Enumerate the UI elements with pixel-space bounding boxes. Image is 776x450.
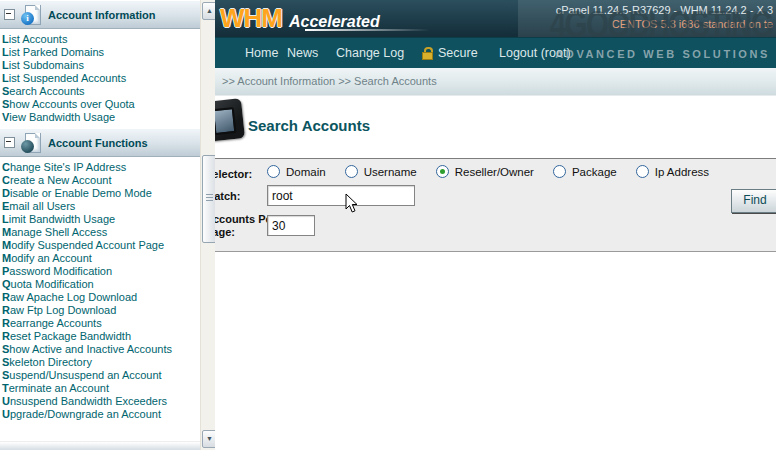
page-title: Search Accounts	[248, 117, 370, 134]
sidebar-link-modify-an-account[interactable]: Modify an Account	[2, 252, 190, 265]
search-form: Selector: DomainUsernameReseller/OwnerPa…	[215, 158, 776, 252]
radio-option-ip-address[interactable]: Ip Address	[636, 165, 709, 178]
sidebar-link-quota-modification[interactable]: Quota Modification	[2, 278, 190, 291]
radio-option-reseller-owner[interactable]: Reseller/Owner	[436, 165, 534, 178]
whm-logo-text: WHM	[220, 3, 282, 34]
logo-swoosh	[305, 29, 430, 31]
match-input[interactable]	[267, 185, 415, 206]
version-info: cPanel 11.24.5-R37629 - WHM 11.24.2 - X …	[556, 3, 773, 31]
collapse-minus-icon[interactable]	[4, 9, 15, 20]
accounts-per-page-input[interactable]	[267, 215, 315, 236]
cpanel-version-text: cPanel 11.24.5-R37629 - WHM 11.24.2 - X …	[556, 3, 773, 17]
sidebar-link-raw-ftp-log-download[interactable]: Raw Ftp Log Download	[2, 304, 190, 317]
breadcrumb-bar: >> Account Information >> Search Account…	[215, 68, 776, 96]
account-functions-icon	[21, 133, 41, 153]
sidebar-scrollbar[interactable]: ▲ ▼	[200, 0, 216, 450]
sidebar-link-search-accounts[interactable]: Search Accounts	[2, 85, 190, 98]
radio-label: Ip Address	[655, 166, 709, 178]
radio-icon[interactable]	[636, 165, 649, 178]
radio-label: Username	[364, 166, 417, 178]
sidebar-link-create-a-new-account[interactable]: Create a New Account	[2, 174, 190, 187]
breadcrumb[interactable]: >> Account Information >> Search Account…	[222, 75, 437, 87]
logo-band: WHM Accelerated cPanel 11.24.5-R37629 - …	[215, 0, 776, 37]
sidebar-link-upgrade-downgrade-an-account[interactable]: Upgrade/Downgrade an Account	[2, 408, 190, 421]
radio-icon[interactable]	[553, 165, 566, 178]
sidebar-link-list-suspended-accounts[interactable]: List Suspended Accounts	[2, 72, 190, 85]
sidebar-link-limit-bandwidth-usage[interactable]: Limit Bandwidth Usage	[2, 213, 190, 226]
find-button[interactable]: Find	[731, 189, 776, 213]
sidebar-link-list-subdomains[interactable]: List Subdomains	[2, 59, 190, 72]
selector-radio-group: DomainUsernameReseller/OwnerPackageIp Ad…	[267, 165, 728, 178]
thumb-grip-icon	[206, 194, 213, 202]
radio-icon[interactable]	[345, 165, 358, 178]
account-information-icon: i	[21, 5, 41, 25]
centos-version-text: CENTOS 5.3 i686 standard on te	[556, 17, 773, 31]
nav-logout[interactable]: Logout (root)	[499, 46, 571, 60]
sidebar-link-unsuspend-bandwidth-exceeders[interactable]: Unsuspend Bandwidth Exceeders	[2, 395, 190, 408]
section-title: Account Information	[48, 9, 156, 21]
account-functions-links: Change Site's IP AddressCreate a New Acc…	[0, 157, 190, 425]
sidebar-link-reset-package-bandwidth[interactable]: Reset Package Bandwidth	[2, 330, 190, 343]
radio-icon[interactable]	[436, 165, 449, 178]
sidebar-link-password-modification[interactable]: Password Modification	[2, 265, 190, 278]
radio-label: Reseller/Owner	[455, 166, 534, 178]
sidebar-link-rearrange-accounts[interactable]: Rearrange Accounts	[2, 317, 190, 330]
nav-bar: Home News Change Log Secure Logout (root…	[215, 37, 776, 69]
collapse-minus-icon[interactable]	[4, 137, 15, 148]
section-header-account-functions[interactable]: Account Functions	[0, 128, 200, 157]
section-header-account-information[interactable]: i Account Information	[0, 0, 200, 29]
sidebar-link-disable-or-enable-demo-mode[interactable]: Disable or Enable Demo Mode	[2, 187, 190, 200]
radio-option-domain[interactable]: Domain	[267, 165, 326, 178]
sidebar-link-view-bandwidth-usage[interactable]: View Bandwidth Usage	[2, 111, 190, 124]
sidebar-link-show-accounts-over-quota[interactable]: Show Accounts over Quota	[2, 98, 190, 111]
radio-option-username[interactable]: Username	[345, 165, 417, 178]
sidebar-link-change-site-s-ip-address[interactable]: Change Site's IP Address	[2, 161, 190, 174]
sidebar-link-terminate-an-account[interactable]: Terminate an Account	[2, 382, 190, 395]
sidebar-link-modify-suspended-account-page[interactable]: Modify Suspended Account Page	[2, 239, 190, 252]
nav-news[interactable]: News	[287, 46, 318, 60]
radio-label: Package	[572, 166, 617, 178]
sidebar-link-show-active-and-inactive-accounts[interactable]: Show Active and Inactive Accounts	[2, 343, 190, 356]
sidebar-link-raw-apache-log-download[interactable]: Raw Apache Log Download	[2, 291, 190, 304]
sidebar-link-email-all-users[interactable]: Email all Users	[2, 200, 190, 213]
whm-window: i Account Information List AccountsList …	[0, 0, 776, 450]
sidebar-link-list-parked-domains[interactable]: List Parked Domains	[2, 46, 190, 59]
radio-icon[interactable]	[267, 165, 280, 178]
main-frame: WHM Accelerated cPanel 11.24.5-R37629 - …	[215, 0, 776, 450]
sidebar-link-skeleton-directory[interactable]: Skeleton Directory	[2, 356, 190, 369]
section-title: Account Functions	[48, 137, 148, 149]
nav-change-log[interactable]: Change Log	[336, 46, 404, 60]
sidebar-link-suspend-unsuspend-an-account[interactable]: Suspend/Unsuspend an Account	[2, 369, 190, 382]
radio-label: Domain	[286, 166, 326, 178]
search-accounts-icon	[215, 98, 245, 142]
next-section-header-partial[interactable]	[0, 441, 200, 450]
sidebar-link-manage-shell-access[interactable]: Manage Shell Access	[2, 226, 190, 239]
radio-option-package[interactable]: Package	[553, 165, 617, 178]
account-information-links: List AccountsList Parked DomainsList Sub…	[0, 29, 190, 128]
sidebar-link-list-accounts[interactable]: List Accounts	[2, 33, 190, 46]
nav-home[interactable]: Home	[245, 46, 278, 60]
sidebar-frame: i Account Information List AccountsList …	[0, 0, 200, 450]
nav-secure[interactable]: Secure	[438, 46, 478, 60]
lock-icon	[422, 47, 433, 60]
